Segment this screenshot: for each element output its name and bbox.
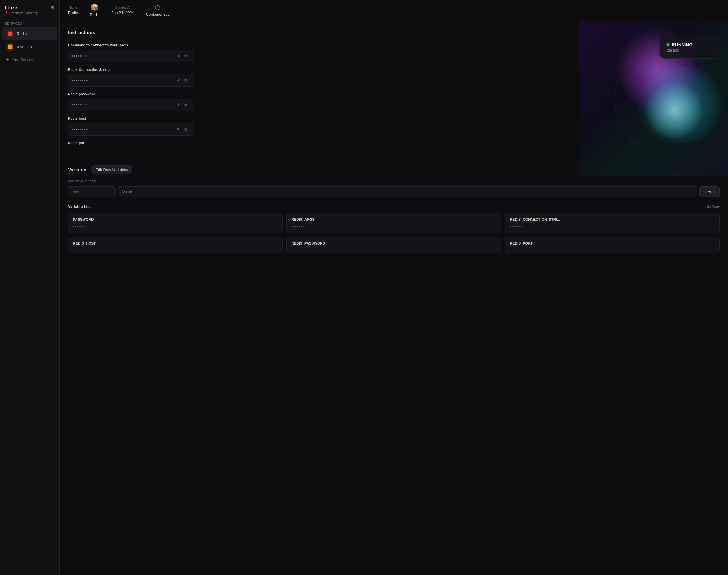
var-name-redis-connection: REDIS_CONNECTION_STRI... <box>510 217 715 222</box>
var-name-redis-password: REDIS_PASSWORD <box>291 241 496 245</box>
field-connection-value: •••••••• <box>72 78 175 83</box>
field-connection-eye-button[interactable]: 👁 <box>175 77 183 84</box>
copy-icon-3: ⧉ <box>184 102 187 107</box>
sidebar: triaze ⚙ 📍 Frankfurt, Germany Services 🟥… <box>0 0 60 575</box>
field-connect-label: Command to connect to your Redis <box>68 43 720 47</box>
var-name-password: PASSWORD <box>73 217 278 222</box>
eye-icon-2: 👁 <box>177 78 181 83</box>
app-title: triaze <box>5 5 17 10</box>
var-card-redis-password: REDIS_PASSWORD <box>286 237 501 253</box>
variable-list-title: Variable List <box>68 204 91 209</box>
var-value-redis-args: ••••••• <box>291 225 496 229</box>
add-new-variable-label: Add New Variable <box>68 179 720 183</box>
status-running: RUNNING <box>667 42 712 47</box>
field-host-copy-button[interactable]: ⧉ <box>183 126 189 133</box>
topbar: Name Redis 📦 Redis Created At Jun 24, 20… <box>60 0 728 21</box>
edit-raw-button[interactable]: Edit Raw Variables <box>91 165 132 174</box>
var-card-redis-args: REDIS_ARGS ••••••• <box>286 213 501 233</box>
field-password-value: •••••••• <box>72 102 175 107</box>
copy-icon-2: ⧉ <box>184 78 187 83</box>
add-service-label: Add Service <box>12 58 33 62</box>
field-password-copy-button[interactable]: ⧉ <box>183 101 189 109</box>
add-service-button[interactable]: + Add Service <box>0 55 59 65</box>
location-icon: 📍 <box>5 11 8 14</box>
var-card-redis-port: REDIS_PORT <box>505 237 720 253</box>
var-value-redis-connection: ••••••• <box>510 225 715 229</box>
field-connect-value: •••••••• <box>72 54 175 58</box>
sidebar-item-redis[interactable]: 🟥 Redis <box>2 27 57 40</box>
variable-key-input[interactable] <box>68 186 115 197</box>
field-connect-copy-button[interactable]: ⧉ <box>183 53 189 60</box>
field-port-label: Redis port <box>68 141 720 145</box>
var-card-password: PASSWORD ••••••• <box>68 213 283 233</box>
var-name-redis-port: REDIS_PORT <box>510 241 715 245</box>
field-connect-eye-button[interactable]: 👁 <box>175 53 183 60</box>
field-host-input-row: •••••••• 👁 ⧉ <box>68 123 193 136</box>
add-variable-button[interactable]: + Add <box>699 186 720 197</box>
status-dot <box>667 43 669 46</box>
field-host-value: •••••••• <box>72 127 175 132</box>
variable-list-header: Variable List List View <box>68 204 720 209</box>
field-connection-string: Redis Connection String •••••••• 👁 ⧉ <box>68 68 720 87</box>
field-host: Redis host •••••••• 👁 ⧉ <box>68 116 720 136</box>
topbar-type-label: Containerized <box>146 12 170 17</box>
field-host-label: Redis host <box>68 116 720 121</box>
field-connection-input-row: •••••••• 👁 ⧉ <box>68 74 193 87</box>
var-card-redis-host: REDIS_HOST <box>68 237 283 253</box>
topbar-created-value: Jun 24, 2024 <box>112 10 134 15</box>
services-label: Services <box>0 20 59 27</box>
variable-collapse-button[interactable]: ∧ <box>714 166 720 174</box>
eye-icon-3: 👁 <box>177 102 181 107</box>
field-password-label: Redis password <box>68 92 720 96</box>
sidebar-header: triaze ⚙ 📍 Frankfurt, Germany <box>0 5 59 20</box>
field-connect-input-row: •••••••• 👁 ⧉ <box>68 50 193 62</box>
location-text: Frankfurt, Germany <box>9 11 38 14</box>
gear-icon: ⚙ <box>50 5 55 10</box>
restart-icon: ↺ <box>689 30 692 35</box>
field-connect-command: Command to connect to your Redis •••••••… <box>68 43 720 62</box>
add-variable-row: + Add <box>68 186 720 197</box>
field-port: Redis port <box>68 141 720 145</box>
copy-icon-4: ⧉ <box>184 127 187 132</box>
list-view-button[interactable]: List View <box>705 205 720 209</box>
rsshub-service-name: RSSHub <box>17 45 32 49</box>
topbar-created-at: Created At Jun 24, 2024 <box>112 6 134 15</box>
app-subtitle: 📍 Frankfurt, Germany <box>5 11 55 14</box>
topbar-service-name: Redis <box>90 12 100 17</box>
variable-value-input[interactable] <box>118 186 697 197</box>
variable-header: Variable Edit Raw Variables ∧ <box>68 165 720 174</box>
plus-icon: + <box>5 57 10 62</box>
var-name-redis-args: REDIS_ARGS <box>291 217 496 222</box>
status-card: RUNNING 2m ago <box>659 36 719 59</box>
field-connection-label: Redis Connection String <box>68 68 720 72</box>
content-area: RUNNING 2m ago Instructions ↺ Restart ∧ <box>60 21 728 575</box>
topbar-created-label: Created At <box>115 6 131 9</box>
field-password-input-row: •••••••• 👁 ⧉ <box>68 99 193 111</box>
sidebar-item-rsshub[interactable]: 🟧 RSSHub <box>2 40 57 53</box>
field-host-eye-button[interactable]: 👁 <box>175 126 183 133</box>
main-area: Name Redis 📦 Redis Created At Jun 24, 20… <box>60 0 728 575</box>
container-icon: ⬡ <box>155 4 160 11</box>
instructions-header: Instructions ↺ Restart ∧ <box>68 28 720 37</box>
eye-icon-4: 👁 <box>177 127 181 132</box>
field-password-eye-button[interactable]: 👁 <box>175 101 183 108</box>
field-password: Redis password •••••••• 👁 ⧉ <box>68 92 720 111</box>
variable-section: Variable Edit Raw Variables ∧ Add New Va… <box>60 158 728 260</box>
field-connection-copy-button[interactable]: ⧉ <box>183 77 189 84</box>
settings-button[interactable]: ⚙ <box>50 5 55 10</box>
redis-service-icon: 🟥 <box>6 30 14 38</box>
topbar-name-label: Name <box>69 6 77 9</box>
eye-icon: 👁 <box>177 54 181 58</box>
var-value-password: ••••••• <box>73 225 278 229</box>
status-time: 2m ago <box>667 48 712 53</box>
status-label: RUNNING <box>672 42 693 47</box>
topbar-name: Name Redis <box>68 6 78 15</box>
topbar-service-icon: 📦 <box>91 4 99 11</box>
topbar-type: ⬡ Containerized <box>146 4 170 17</box>
variable-grid: PASSWORD ••••••• REDIS_ARGS ••••••• REDI… <box>68 213 720 253</box>
variable-section-title: Variable <box>68 167 86 172</box>
instructions-collapse-button[interactable]: ∧ <box>714 29 720 37</box>
rsshub-service-icon: 🟧 <box>6 43 14 50</box>
instructions-section: Instructions ↺ Restart ∧ Command to conn… <box>60 21 728 158</box>
redis-service-name: Redis <box>17 32 27 36</box>
